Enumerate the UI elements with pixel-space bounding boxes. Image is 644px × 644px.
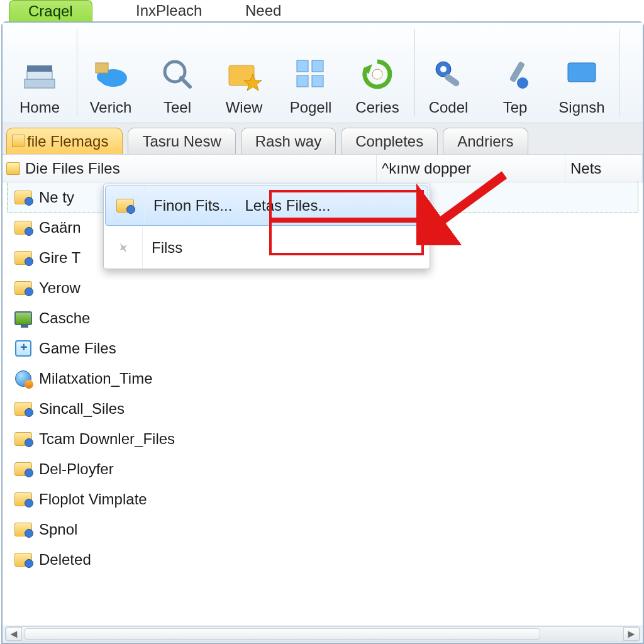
list-item-label: Game Files bbox=[39, 340, 116, 357]
list-item[interactable]: Spnol bbox=[3, 514, 643, 545]
cloud-icon bbox=[91, 55, 130, 94]
horizontal-scrollbar[interactable]: ◄ 6 ► bbox=[5, 626, 640, 641]
folder-share-icon bbox=[106, 186, 145, 225]
list-item[interactable]: Tcam Downler_Files bbox=[3, 424, 643, 454]
context-label-1: Finon Fits... bbox=[145, 197, 232, 214]
refresh-icon bbox=[358, 55, 397, 94]
list-item-label: Del-Ployfer bbox=[39, 460, 114, 478]
menu-item-inxpleach[interactable]: InxPleach bbox=[117, 0, 221, 21]
svg-rect-5 bbox=[96, 63, 108, 73]
tool-codel-label: Codel bbox=[429, 99, 469, 116]
tool-codel[interactable]: Codel bbox=[415, 29, 482, 116]
folder-share-icon bbox=[14, 248, 33, 267]
svg-point-15 bbox=[372, 69, 382, 79]
folder-share-icon bbox=[14, 520, 33, 539]
home-icon bbox=[20, 55, 59, 94]
scroll-right-button[interactable]: ► bbox=[623, 627, 640, 641]
tool-signsh[interactable]: Signsh bbox=[548, 29, 615, 116]
annotation-highlight bbox=[269, 190, 424, 220]
list-item-label: Milatxation_Time bbox=[39, 370, 153, 387]
tool-tep-label: Tep bbox=[503, 99, 528, 116]
list-item[interactable]: Yerow bbox=[3, 273, 643, 303]
tool-tep[interactable]: Tep bbox=[482, 29, 548, 116]
svg-rect-18 bbox=[443, 73, 460, 87]
list-item[interactable]: Milatxation_Time bbox=[3, 364, 643, 394]
tabs-row: file Flemags Tasru Nesw Rash way Conplet… bbox=[3, 123, 643, 155]
tool-ceries[interactable]: Ceries bbox=[344, 29, 411, 116]
tab-rash-way[interactable]: Rash way bbox=[241, 128, 336, 154]
tab-andriers[interactable]: Andriers bbox=[443, 128, 528, 154]
svg-rect-13 bbox=[312, 75, 323, 87]
folder-share-icon bbox=[14, 218, 33, 237]
tab-file-flemags[interactable]: file Flemags bbox=[6, 128, 123, 154]
folder-star-icon bbox=[225, 55, 264, 94]
svg-point-17 bbox=[440, 66, 447, 72]
column-name[interactable]: Die Files Files bbox=[3, 155, 377, 182]
tool-wiew[interactable]: Wiew bbox=[211, 29, 277, 116]
list-item[interactable]: Floplot Vimplate bbox=[3, 484, 643, 514]
tab-conpletes[interactable]: Conpletes bbox=[341, 128, 438, 154]
list-item-label: Casche bbox=[39, 309, 90, 327]
folder-share-icon bbox=[14, 188, 33, 207]
tool-teel[interactable]: Teel bbox=[144, 29, 211, 116]
list-item-label: Gire T bbox=[39, 249, 80, 267]
tool-wiew-label: Wiew bbox=[226, 99, 263, 116]
list-item-label: Spnol bbox=[39, 521, 77, 538]
box-icon bbox=[14, 339, 33, 358]
grid-icon bbox=[291, 55, 330, 94]
annotation-arrow-icon bbox=[416, 170, 517, 245]
svg-rect-21 bbox=[568, 63, 596, 82]
tool-home-label: Home bbox=[19, 99, 60, 116]
globe-icon bbox=[14, 369, 33, 388]
svg-rect-11 bbox=[312, 60, 323, 72]
tool-signsh-label: Signsh bbox=[558, 99, 604, 116]
folder-share-icon bbox=[14, 399, 33, 418]
list-item[interactable]: Deleted bbox=[3, 545, 643, 575]
display-icon bbox=[562, 55, 601, 94]
scroll-left-button[interactable]: ◄ bbox=[6, 627, 22, 641]
column-nets[interactable]: Nets bbox=[565, 155, 643, 182]
list-item-label: Tcam Downler_Files bbox=[39, 430, 175, 448]
svg-point-20 bbox=[517, 77, 528, 89]
tool-home[interactable]: Home bbox=[6, 29, 73, 116]
folder-share-icon bbox=[14, 430, 33, 448]
list-item[interactable]: Game Files bbox=[3, 333, 643, 364]
scroll-thumb[interactable] bbox=[25, 628, 540, 640]
tool-pogell[interactable]: Pogell bbox=[277, 29, 344, 116]
list-item-label: Floplot Vimplate bbox=[39, 491, 147, 508]
column-headers: Die Files Files ^kınw dopper Nets bbox=[3, 155, 643, 182]
svg-line-22 bbox=[429, 175, 504, 230]
svg-rect-1 bbox=[27, 65, 52, 72]
list-item[interactable]: Del-Ployfer bbox=[3, 454, 643, 484]
annotation-highlight bbox=[269, 220, 424, 255]
svg-line-7 bbox=[181, 78, 190, 87]
svg-rect-2 bbox=[25, 79, 55, 88]
menu-item-craqel[interactable]: Craqel bbox=[9, 0, 92, 21]
svg-rect-12 bbox=[297, 75, 308, 87]
list-item-label: Ne ty bbox=[39, 189, 74, 206]
window-frame: Home Verich Teel Wiew bbox=[1, 21, 644, 644]
tool-ceries-label: Ceries bbox=[355, 99, 399, 116]
tool-pogell-label: Pogell bbox=[290, 99, 332, 116]
search-icon bbox=[158, 55, 197, 94]
list-item-label: Yerow bbox=[39, 279, 80, 297]
folder-share-icon bbox=[14, 460, 33, 479]
folder-share-icon bbox=[14, 550, 33, 569]
wrench-icon bbox=[429, 55, 468, 94]
svg-rect-10 bbox=[297, 60, 308, 72]
list-item-label: Gaärn bbox=[39, 219, 81, 236]
context-label-1: Filss bbox=[143, 239, 182, 257]
pin-icon bbox=[104, 227, 143, 269]
ribbon-toolbar: Home Verich Teel Wiew bbox=[3, 23, 643, 123]
tool-verich[interactable]: Verich bbox=[77, 29, 144, 116]
list-item[interactable]: Casche bbox=[3, 303, 643, 333]
menu-item-need[interactable]: Need bbox=[226, 0, 300, 21]
monitor-icon bbox=[14, 309, 33, 328]
tab-tasru-nesw[interactable]: Tasru Nesw bbox=[128, 128, 235, 154]
list-item[interactable]: Sincall_Siles bbox=[3, 394, 643, 424]
list-item-label: Deleted bbox=[39, 551, 91, 569]
folder-share-icon bbox=[14, 490, 33, 509]
tool-teel-label: Teel bbox=[164, 99, 191, 116]
tool-verich-label: Verich bbox=[90, 99, 132, 116]
list-item-label: Sincall_Siles bbox=[39, 400, 125, 418]
